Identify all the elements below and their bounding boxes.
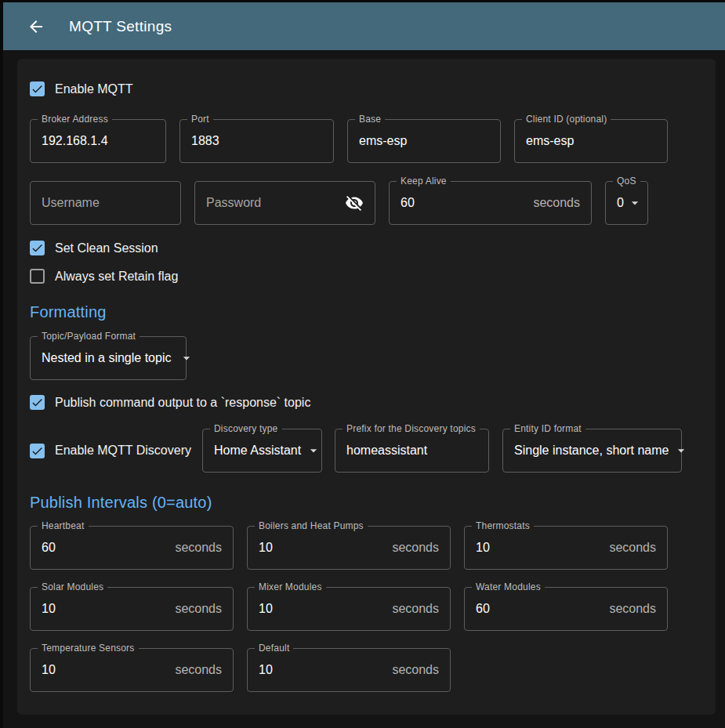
interval-field-thermostats[interactable]: Thermostats 10 seconds [464,526,668,570]
discovery-prefix-value: homeassistant [346,444,427,458]
interval-value: 10 [476,541,490,555]
interval-value: 60 [42,541,56,555]
interval-suffix: seconds [609,541,656,555]
interval-field-mixer[interactable]: Mixer Modules 10 seconds [247,587,451,631]
chevron-down-icon [179,350,194,366]
topic-format-label: Topic/Payload Format [38,331,140,342]
password-field[interactable]: Password [194,181,375,225]
interval-field-boilers[interactable]: Boilers and Heat Pumps 10 seconds [247,526,451,570]
qos-select[interactable]: QoS 0 [605,181,648,225]
interval-suffix: seconds [175,541,222,555]
retain-flag-row: Always set Retain flag [30,269,703,284]
publish-response-label: Publish command output to a `response` t… [55,396,310,410]
interval-value: 10 [259,663,273,677]
interval-value: 10 [259,602,273,616]
publish-response-checkbox[interactable] [30,395,45,410]
interval-suffix: seconds [609,602,656,616]
intervals-grid: Heartbeat 60 seconds Boilers and Heat Pu… [30,526,703,692]
client-id-field[interactable]: Client ID (optional) ems-esp [514,119,668,163]
chevron-down-icon [306,443,321,458]
interval-label: Boilers and Heat Pumps [255,520,368,531]
clean-session-label: Set Clean Session [55,241,158,255]
interval-label: Solar Modules [38,581,107,592]
enable-discovery-checkbox[interactable] [30,444,45,458]
interval-value: 10 [259,541,273,555]
retain-flag-checkbox[interactable] [30,269,45,284]
client-id-label: Client ID (optional) [522,114,611,125]
interval-field-water[interactable]: Water Modules 60 seconds [464,587,668,631]
app-header: MQTT Settings [3,2,725,50]
interval-field-heartbeat[interactable]: Heartbeat 60 seconds [30,526,234,570]
interval-field-temperature-sensors[interactable]: Temperature Sensors 10 seconds [30,648,234,692]
topic-format-value: Nested in a single topic [42,351,171,365]
interval-label: Default [255,643,293,654]
keep-alive-value: 60 [401,196,415,210]
discovery-type-value: Home Assistant [214,444,301,458]
clean-session-checkbox[interactable] [30,241,45,255]
enable-mqtt-row: Enable MQTT [30,81,703,96]
interval-label: Thermostats [472,520,534,531]
window-left-edge [0,0,3,728]
page-title: MQTT Settings [69,18,172,35]
broker-address-label: Broker Address [38,114,112,125]
enable-mqtt-checkbox[interactable] [30,81,45,96]
interval-value: 10 [42,602,56,616]
topic-format-select[interactable]: Topic/Payload Format Nested in a single … [30,336,187,380]
base-label: Base [355,114,385,125]
keep-alive-suffix: seconds [533,196,580,210]
interval-suffix: seconds [392,541,439,555]
keep-alive-label: Keep Alive [397,176,451,187]
toggle-password-visibility-button[interactable] [345,194,364,212]
interval-value: 60 [476,602,490,616]
chevron-down-icon [627,195,643,211]
interval-label: Water Modules [472,581,545,592]
base-value: ems-esp [359,134,407,148]
clean-session-row: Set Clean Session [30,241,703,255]
interval-suffix: seconds [175,663,222,677]
back-button[interactable] [27,17,45,36]
base-field[interactable]: Base ems-esp [347,119,501,163]
publish-response-row: Publish command output to a `response` t… [30,395,703,410]
chevron-down-icon [673,443,689,458]
retain-flag-label: Always set Retain flag [55,270,178,284]
visibility-off-icon [345,194,364,212]
check-icon [31,241,44,255]
username-field[interactable]: Username [30,181,181,225]
publish-intervals-heading: Publish Intervals (0=auto) [30,494,703,512]
interval-label: Temperature Sensors [38,643,139,654]
discovery-type-select[interactable]: Discovery type Home Assistant [202,429,322,473]
entity-id-format-select[interactable]: Entity ID format Single instance, short … [502,429,682,473]
interval-value: 10 [42,663,56,677]
interval-field-default[interactable]: Default 10 seconds [247,648,451,692]
port-value: 1883 [191,134,219,148]
enable-discovery-row: Enable MQTT Discovery [30,444,202,458]
qos-label: QoS [613,176,640,187]
qos-value: 0 [617,196,624,210]
discovery-row: Enable MQTT Discovery Discovery type Hom… [30,429,703,473]
enable-discovery-label: Enable MQTT Discovery [55,444,191,458]
port-label: Port [187,114,213,125]
enable-mqtt-label: Enable MQTT [55,82,133,96]
formatting-heading: Formatting [30,303,703,321]
check-icon [31,82,44,96]
entity-id-format-label: Entity ID format [510,423,585,434]
arrow-back-icon [27,17,45,36]
broker-address-field[interactable]: Broker Address 192.168.1.4 [30,119,166,163]
interval-suffix: seconds [175,602,222,616]
interval-suffix: seconds [392,663,439,677]
port-field[interactable]: Port 1883 [179,119,334,163]
check-icon [31,396,44,409]
check-icon [31,444,44,458]
interval-suffix: seconds [392,602,439,616]
interval-label: Heartbeat [38,520,89,531]
discovery-prefix-label: Prefix for the Discovery topics [343,423,480,434]
interval-label: Mixer Modules [255,581,326,592]
discovery-prefix-field[interactable]: Prefix for the Discovery topics homeassi… [335,429,489,473]
client-id-value: ems-esp [526,134,574,148]
password-placeholder: Password [206,196,261,210]
interval-field-solar[interactable]: Solar Modules 10 seconds [30,587,234,631]
keep-alive-field[interactable]: Keep Alive 60 seconds [389,181,592,225]
username-placeholder: Username [42,196,100,210]
settings-card: Enable MQTT Broker Address 192.168.1.4 P… [17,59,716,715]
connection-fields-row: Broker Address 192.168.1.4 Port 1883 Bas… [30,119,703,163]
